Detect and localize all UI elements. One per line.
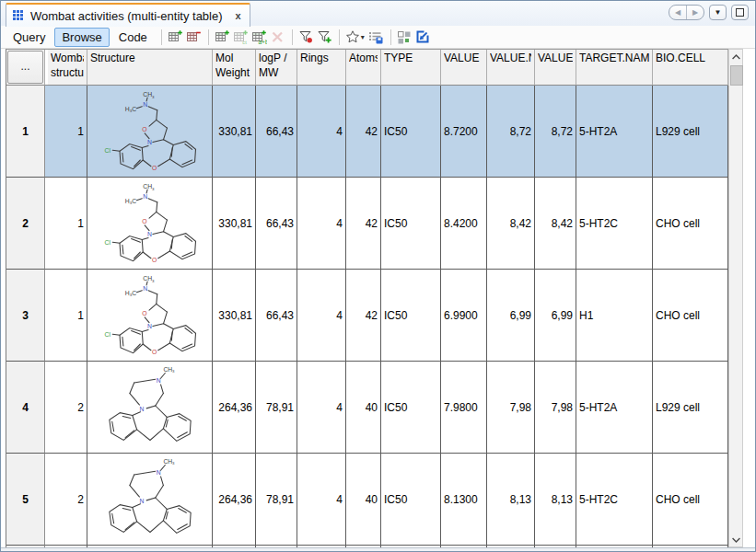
cell-value_num[interactable]: 7,98 [487,362,535,454]
cell-value[interactable]: 8.4200 [441,178,487,270]
cell-value_num[interactable]: 8,13 [487,454,535,546]
cell-rings[interactable]: 4 [297,270,346,362]
cell-value_num[interactable]: 6,99 [487,270,535,362]
row-number[interactable]: 4 [6,362,45,454]
column-settings-save-icon[interactable] [367,28,386,46]
cell-logp[interactable]: 78,91 [256,362,297,454]
cell-mw[interactable]: 330,81 [213,86,256,178]
structure-cell[interactable]: CH3 N N [87,362,213,454]
cell-atoms[interactable]: 42 [346,86,381,178]
cell-target[interactable]: 5-HT2A [576,86,653,178]
cell-value[interactable]: 6.9900 [441,270,487,362]
tab-list-dropdown-icon[interactable]: ▼ [709,5,727,20]
cell-logp[interactable]: 66,43 [256,86,297,178]
cell-rings[interactable]: 4 [297,454,346,546]
cell-wombat[interactable]: 1 [48,86,87,178]
row-number[interactable]: 2 [6,178,45,270]
header-cell-value[interactable]: VALUE [441,50,487,86]
scrollbar-thumb[interactable] [730,65,743,86]
cell-target[interactable]: 5-HT2C [576,178,653,270]
cell-value_2[interactable]: 8,72 [535,86,576,178]
header-cell-structure[interactable]: Structure [87,50,213,86]
header-cell-value_2[interactable]: VALUE. [535,50,576,86]
cell-logp[interactable]: 66,43 [256,270,297,362]
vertical-scrollbar[interactable] [728,49,743,547]
cell-value[interactable]: 8.1300 [441,454,487,546]
mode-button-query[interactable]: Query [6,28,52,47]
cell-value_num[interactable]: 8,72 [487,86,535,178]
cell-logp[interactable]: 78,91 [256,454,297,546]
cell-logp[interactable]: 66,43 [256,178,297,270]
cell-value_2[interactable]: 8,42 [535,178,576,270]
cell-value[interactable]: 8.7200 [441,86,487,178]
cell-cell[interactable]: L929 cell [653,362,728,454]
cell-cell[interactable]: CHO cell [653,270,728,362]
export-icon[interactable] [414,28,433,46]
cell-rings[interactable]: 4 [297,86,346,178]
cell-wombat[interactable]: 1 [48,270,87,362]
structure-cell[interactable]: CH3 N H3C O N Cl O [87,178,213,270]
cell-atoms[interactable]: 42 [346,178,381,270]
column-chooser-button[interactable]: ... [7,51,43,84]
cell-value_2[interactable]: 7,98 [535,362,576,454]
maximize-icon[interactable] [731,5,749,20]
cell-mw[interactable]: 330,81 [213,270,256,362]
cell-target[interactable]: H1 [576,270,653,362]
favorites-star-icon[interactable] [344,28,363,46]
cell-mw[interactable]: 264,36 [213,454,256,546]
mode-button-code[interactable]: Code [111,28,155,47]
add-row-icon[interactable] [167,28,185,46]
filter-add-icon[interactable] [316,28,334,46]
cell-target[interactable]: 5-HT2C [576,454,653,546]
dropdown-caret-icon[interactable]: ▾ [361,33,365,41]
header-cell-cell[interactable]: BIO.CELL [653,50,728,86]
cell-target[interactable]: 5-HT2A [576,362,653,454]
header-cell-atoms[interactable]: Atoms [346,50,381,86]
header-cell-value_num[interactable]: VALUE.N [487,50,535,86]
cell-atoms[interactable]: 42 [346,270,381,362]
cell-cell[interactable]: CHO cell [653,454,728,546]
cell-type[interactable]: IC50 [381,178,441,270]
cell-cell[interactable]: L929 cell [653,86,728,178]
filter-active-icon[interactable] [297,28,316,46]
header-cell-wombat[interactable]: Wombatstructure [48,50,87,86]
structure-cell[interactable]: CH3 N H3C O N Cl O [87,86,213,178]
remove-row-icon[interactable] [185,28,204,46]
row-number[interactable]: 1 [6,86,45,178]
cell-type[interactable]: IC50 [381,86,441,178]
cell-mw[interactable]: 264,36 [213,362,256,454]
row-number[interactable]: 3 [6,270,45,362]
header-cell-rings[interactable]: Rings [297,50,346,86]
cell-value[interactable]: 7.9800 [441,362,487,454]
header-cell-target[interactable]: TARGET.NAM [576,50,653,86]
header-cell-mw[interactable]: MolWeight [213,50,256,86]
cell-wombat[interactable]: 1 [48,178,87,270]
scroll-down-icon[interactable] [729,533,742,546]
scroll-up-icon[interactable] [729,50,742,63]
cell-value_2[interactable]: 8,13 [535,454,576,546]
cell-type[interactable]: IC50 [381,362,441,454]
grid-view-icon[interactable] [396,28,414,46]
cell-atoms[interactable]: 40 [346,362,381,454]
cell-mw[interactable]: 330,81 [213,178,256,270]
header-cell-logp[interactable]: logP /MW [256,50,297,86]
cell-wombat[interactable]: 2 [48,454,87,546]
row-number[interactable]: 5 [6,454,45,546]
mode-button-browse[interactable]: Browse [54,28,109,47]
add-data-table-icon[interactable] [214,28,232,46]
structure-cell[interactable]: CH3 N N [87,454,213,546]
cell-type[interactable]: IC50 [381,270,441,362]
structure-cell[interactable]: CH3 N H3C O N Cl O [87,270,213,362]
cell-value_2[interactable]: 6,99 [535,270,576,362]
tab-close-icon[interactable]: x [236,11,241,21]
cell-atoms[interactable]: 40 [346,454,381,546]
cell-value_num[interactable]: 8,42 [487,178,535,270]
cell-wombat[interactable]: 2 [48,362,87,454]
cell-rings[interactable]: 4 [297,178,346,270]
cell-rings[interactable]: 4 [297,362,346,454]
header-cell-type[interactable]: TYPE [381,50,441,86]
tab-wombat-activities[interactable]: Wombat activities (multi-entity table) x [6,3,250,27]
cell-cell[interactable]: CHO cell [653,178,728,270]
add-calculated-column-icon[interactable]: a+b [250,28,269,46]
corner-header-cell[interactable]: ... [6,50,45,86]
